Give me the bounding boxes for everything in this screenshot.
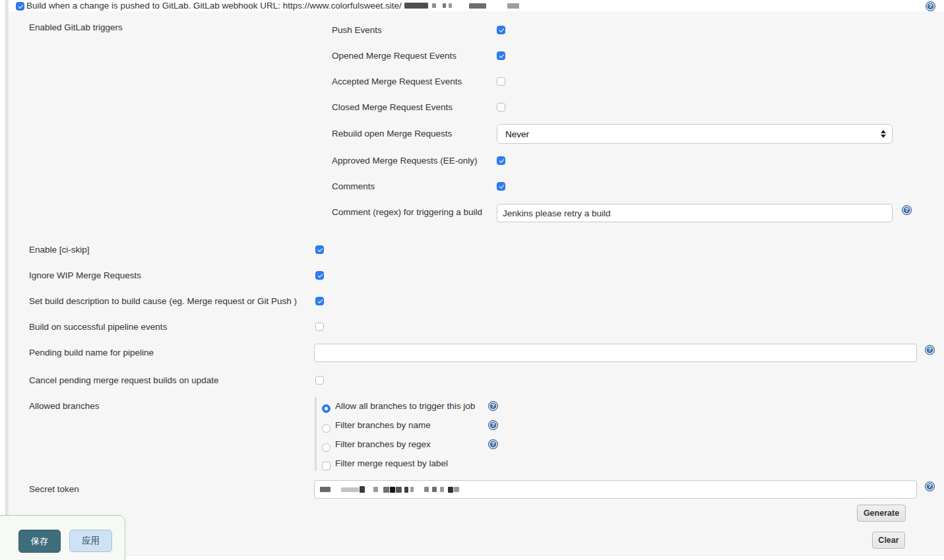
- pipeline-events-label: Build on successful pipeline events: [29, 322, 167, 332]
- help-icon[interactable]: ?: [488, 420, 498, 430]
- pending-build-name-label: Pending build name for pipeline: [29, 348, 154, 358]
- build-description-label: Set build description to build cause (eg…: [29, 296, 297, 306]
- approved-mr-checkbox[interactable]: [497, 156, 505, 165]
- filter-branches-by-name-radio[interactable]: [322, 424, 330, 433]
- help-icon[interactable]: ?: [925, 345, 935, 355]
- save-button[interactable]: 保存: [18, 530, 61, 553]
- section-indent-bar: [5, 0, 9, 560]
- apply-button[interactable]: 应用: [69, 530, 112, 552]
- opened-mr-events-checkbox[interactable]: [497, 51, 505, 60]
- generate-button-label: Generate: [864, 509, 899, 518]
- secret-token-label: Secret token: [29, 484, 79, 494]
- filter-branches-by-regex-label: Filter branches by regex: [335, 439, 431, 449]
- ignore-wip-checkbox[interactable]: [315, 271, 324, 280]
- opened-mr-events-label: Opened Merge Request Events: [332, 51, 456, 61]
- allow-all-branches-radio[interactable]: [322, 404, 330, 413]
- rebuild-open-mr-label: Rebuild open Merge Requests: [332, 129, 452, 139]
- comments-label: Comments: [332, 181, 375, 191]
- pipeline-events-checkbox[interactable]: [315, 323, 324, 331]
- trigger-section-background: [9, 11, 944, 556]
- help-icon[interactable]: ?: [925, 482, 935, 491]
- rebuild-open-mr-select[interactable]: Never: [497, 124, 893, 144]
- approved-mr-label: Approved Merge Requests (EE-only): [332, 156, 478, 166]
- help-icon[interactable]: ?: [488, 439, 498, 449]
- clear-button-label: Clear: [878, 536, 898, 545]
- ci-skip-checkbox[interactable]: [315, 245, 324, 254]
- ci-skip-label: Enable [ci-skip]: [29, 245, 90, 255]
- comments-checkbox[interactable]: [497, 182, 505, 191]
- build-when-pushed-checkbox[interactable]: [16, 2, 24, 11]
- filter-branches-by-regex-radio[interactable]: [322, 443, 330, 452]
- filter-mr-by-label-label: Filter merge request by label: [335, 458, 448, 468]
- trigger-title: Build when a change is pushed to GitLab.…: [26, 0, 519, 11]
- clear-button[interactable]: Clear: [872, 532, 905, 549]
- trigger-title-text: Build when a change is pushed to GitLab.…: [26, 1, 402, 11]
- filter-mr-by-label-checkbox[interactable]: [322, 462, 330, 470]
- help-icon[interactable]: ?: [902, 205, 912, 215]
- ignore-wip-label: Ignore WIP Merge Requests: [29, 270, 141, 280]
- apply-button-label: 应用: [82, 535, 100, 547]
- accepted-mr-events-label: Accepted Merge Request Events: [332, 77, 462, 86]
- accepted-mr-events-checkbox[interactable]: [497, 77, 505, 86]
- allowed-branches-label: Allowed branches: [29, 401, 100, 411]
- radio-group-indent-bar: [315, 397, 317, 471]
- comment-regex-label: Comment (regex) for triggering a build: [332, 207, 482, 217]
- help-icon[interactable]: ?: [488, 401, 498, 411]
- help-icon[interactable]: ?: [926, 1, 935, 11]
- select-spinner-icon: [881, 130, 886, 138]
- build-description-checkbox[interactable]: [315, 297, 324, 305]
- save-button-label: 保存: [31, 536, 49, 547]
- pending-build-name-input[interactable]: [314, 344, 917, 362]
- rebuild-open-mr-selected-value: Never: [505, 129, 529, 139]
- allow-all-branches-label: Allow all branches to trigger this job: [335, 401, 475, 411]
- push-events-checkbox[interactable]: [497, 26, 505, 34]
- enabled-triggers-label: Enabled GitLab triggers: [29, 22, 123, 32]
- closed-mr-events-label: Closed Merge Request Events: [332, 102, 453, 112]
- cancel-pending-checkbox[interactable]: [315, 376, 324, 385]
- filter-branches-by-name-label: Filter branches by name: [335, 420, 431, 430]
- secret-token-input[interactable]: [314, 480, 917, 499]
- push-events-label: Push Events: [332, 25, 382, 35]
- comment-regex-input[interactable]: [497, 204, 893, 222]
- gitlab-trigger-config-page: Build when a change is pushed to GitLab.…: [0, 0, 944, 560]
- generate-button[interactable]: Generate: [857, 505, 906, 522]
- redacted-secret-token: [320, 486, 459, 493]
- cancel-pending-label: Cancel pending merge request builds on u…: [29, 375, 218, 385]
- closed-mr-events-checkbox[interactable]: [497, 103, 505, 111]
- redacted-webhook-url: [402, 3, 519, 9]
